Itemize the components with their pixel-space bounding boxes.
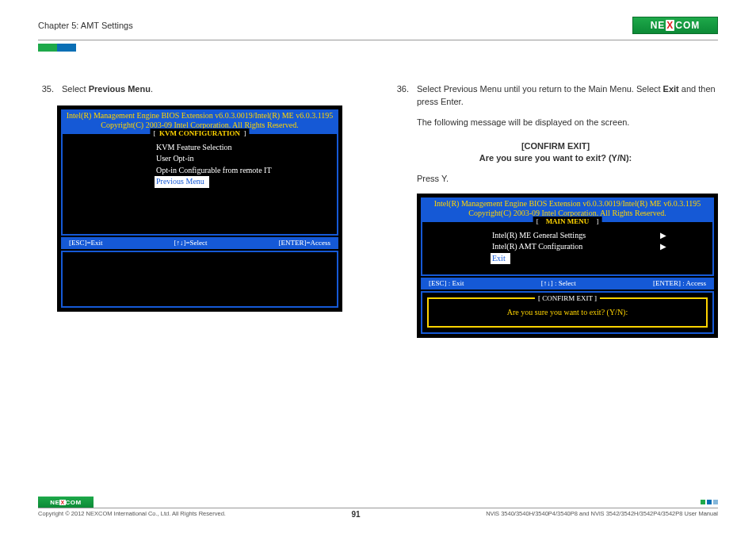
header-divider [38,40,718,40]
bios-lower-frame [61,251,338,308]
confirm-exit-message: [CONFIRM EXIT] Are you sure you want to … [393,140,718,165]
bios-key-enter: [ENTER]=Access [278,238,330,248]
step-number: 36. [393,83,409,129]
chevron-right-icon: ▶ [660,241,666,253]
bios-confirm-frame: [ CONFIRM EXIT ] Are you sure you want t… [421,291,714,335]
step-text: Select Previous Menu. [62,83,361,96]
step-36: 36. Select Previous Menu until you retur… [393,83,718,129]
bios-screen-main: Intel(R) Management Engine BIOS Extensio… [417,194,718,339]
bios-menu-item[interactable]: Intel(R) ME General Settings▶ [491,230,676,242]
bios-screen-kvm: Intel(R) Management Engine BIOS Extensio… [57,105,342,312]
chevron-right-icon: ▶ [660,230,666,242]
bios-frame-title: [ MAIN MENU ] [533,217,602,227]
bios-menu-list: Intel(R) ME General Settings▶ Intel(R) A… [491,230,676,265]
bios-menu-frame: [ MAIN MENU ] Intel(R) ME General Settin… [421,220,714,276]
step-number: 35. [38,83,54,96]
step-text: Select Previous Menu until you return to… [417,83,718,129]
bios-menu-frame: [ KVM CONFIGURATION ] KVM Feature Select… [61,132,338,236]
bios-confirm-inner: [ CONFIRM EXIT ] Are you sure you want t… [427,297,708,328]
header-accent [38,44,718,52]
bios-menu-item-selected[interactable]: Previous Menu [155,176,209,188]
bios-menu-item-selected[interactable]: Exit [491,253,510,265]
bios-keybar: [ESC] : Exit [↑↓] : Select [ENTER] : Acc… [421,278,714,290]
bios-menu-list: KVM Feature Selection User Opt-in Opt-in… [155,142,332,188]
right-column: 36. Select Previous Menu until you retur… [393,83,718,338]
chapter-title: Chapter 5: AMT Settings [38,21,133,30]
bios-frame-title: [ KVM CONFIGURATION ] [150,128,249,139]
press-y-text: Press Y. [417,173,718,186]
bios-menu-item[interactable]: Opt-in Configurable from remote IT [155,165,332,177]
page-header: Chapter 5: AMT Settings NEXCOM [38,14,718,36]
page-number: 91 [351,510,360,519]
step-35: 35. Select Previous Menu. [38,83,361,96]
bios-key-enter: [ENTER] : Access [653,278,706,289]
page-footer: NEXCOM Copyright © 2012 NEXCOM Internati… [38,495,718,519]
footer-decoration [699,500,718,504]
bios-key-esc: [ESC]=Exit [69,238,103,248]
model-text: NViS 3540/3540H/3540P4/3540P8 and NViS 3… [486,510,718,519]
copyright-text: Copyright © 2012 NEXCOM International Co… [38,510,226,519]
bios-key-esc: [ESC] : Exit [429,278,464,289]
bios-key-select: [↑↓] : Select [541,278,576,289]
bios-menu-item[interactable]: Intel(R) AMT Configuration▶ [491,241,676,253]
bios-keybar: [ESC]=Exit [↑↓]=Select [ENTER]=Access [61,237,338,249]
bios-menu-item[interactable]: KVM Feature Selection [155,142,332,154]
left-column: 35. Select Previous Menu. Intel(R) Manag… [38,83,361,338]
bios-confirm-body: Are you sure you want to exit? (Y/N): [507,308,628,316]
nexcom-logo-small: NEXCOM [38,497,94,508]
body-columns: 35. Select Previous Menu. Intel(R) Manag… [38,83,718,338]
bios-key-select: [↑↓]=Select [174,238,207,248]
nexcom-logo: NEXCOM [632,17,718,34]
bios-confirm-title: [ CONFIRM EXIT ] [535,293,600,304]
bios-menu-item[interactable]: User Opt-in [155,153,332,165]
